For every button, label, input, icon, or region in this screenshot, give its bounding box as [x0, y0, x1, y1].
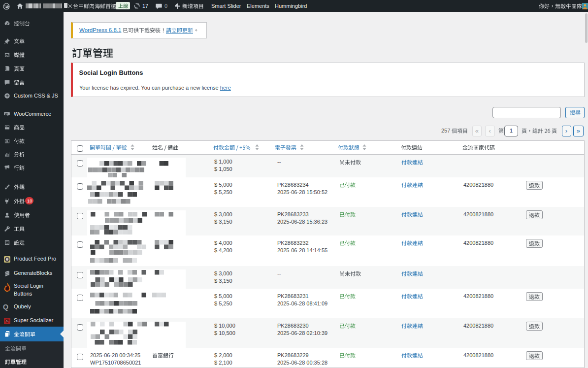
svg-text:S: S — [6, 319, 8, 323]
